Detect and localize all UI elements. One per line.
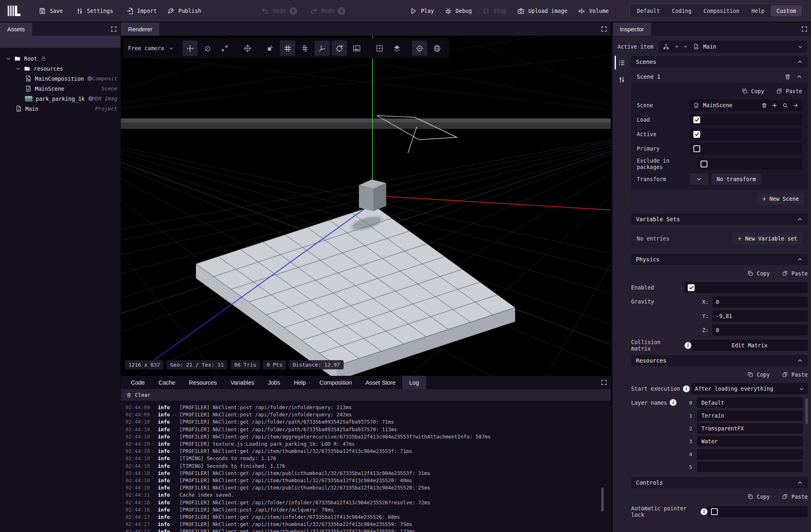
copy-button[interactable]: Copy (747, 493, 770, 500)
enabled-checkbox[interactable] (688, 284, 695, 291)
gravity-z-input[interactable]: 0 (712, 324, 808, 336)
layout-tab[interactable]: Composition (697, 5, 745, 16)
section-header-resources[interactable]: Resources (631, 355, 808, 366)
chevron-up-icon[interactable] (797, 358, 803, 364)
bottom-panel-expand-icon[interactable] (601, 379, 607, 386)
copy-button[interactable]: Copy (742, 88, 764, 94)
bottom-tab[interactable]: Cache (152, 376, 182, 389)
info-icon[interactable]: i (685, 342, 691, 349)
debug-button[interactable]: Debug (444, 7, 472, 15)
stop-button[interactable]: Stop (482, 7, 507, 15)
bottom-tab[interactable]: Composition (313, 376, 359, 389)
assets-panel-tab[interactable]: Assets (0, 22, 32, 36)
paste-button[interactable]: Paste (776, 88, 802, 94)
viewport-3d[interactable]: Free camera (121, 36, 611, 376)
paste-button[interactable]: Paste (782, 371, 808, 378)
section-header-physics[interactable]: Physics (631, 254, 808, 265)
bottom-tab[interactable]: Log (402, 376, 426, 389)
bottom-tab[interactable]: Resources (182, 376, 224, 389)
volume-button[interactable]: Volume (578, 7, 609, 15)
layout-tab[interactable]: Custom (770, 5, 802, 16)
info-icon[interactable]: i (701, 508, 707, 515)
publish-button[interactable]: Publish (167, 7, 201, 15)
gravity-x-input[interactable]: 0 (712, 296, 808, 308)
chevron-up-icon[interactable] (797, 74, 802, 79)
active-checkbox[interactable] (693, 131, 700, 138)
scene-reference-field[interactable]: MainScene (690, 100, 802, 111)
tree-item-main[interactable]: Main Project (0, 104, 120, 114)
inspector-expand-icon[interactable] (801, 26, 808, 33)
layer-name-input[interactable] (697, 397, 803, 408)
layout-tab[interactable]: Help (746, 5, 771, 16)
tree-item-root[interactable]: Root (0, 53, 120, 63)
upload-image-button[interactable]: Upload image (517, 7, 568, 15)
inspector-list-view-button[interactable] (615, 55, 628, 71)
axes-toggle-button[interactable] (314, 41, 330, 56)
layout-tab[interactable]: Default (631, 5, 666, 16)
gravity-y-input[interactable]: -9,81 (712, 310, 808, 322)
pointer-lock-checkbox[interactable] (711, 508, 718, 515)
scale-tool-button[interactable] (217, 41, 232, 56)
bottom-tab[interactable]: Code (124, 376, 152, 389)
chevron-down-icon[interactable] (6, 56, 11, 61)
paste-button[interactable]: Paste (782, 493, 808, 500)
clear-log-button[interactable]: Clear (135, 392, 151, 398)
tree-item-park-parking-1k[interactable]: park_parking_1k HDR Imag (0, 94, 120, 104)
primary-checkbox[interactable] (693, 145, 700, 152)
layer-list-scrollbar[interactable] (805, 398, 808, 424)
next-item-icon[interactable] (683, 43, 689, 50)
section-header-variable-sets[interactable]: Variable Sets (631, 214, 808, 225)
settings-button[interactable]: Settings (76, 7, 113, 15)
world-button[interactable] (429, 41, 444, 56)
bottom-tab[interactable]: Help (287, 376, 313, 389)
import-button[interactable]: Import (126, 7, 157, 15)
snap-grid-button[interactable] (297, 41, 312, 56)
assets-expand-icon[interactable] (110, 26, 117, 33)
plus-icon[interactable] (772, 102, 778, 108)
exclude-checkbox[interactable] (701, 161, 707, 167)
new-scene-button[interactable]: New Scene (757, 193, 804, 205)
info-icon[interactable]: i (683, 385, 690, 392)
save-button[interactable]: Save (39, 7, 63, 15)
transform-dropdown-button[interactable] (690, 173, 708, 185)
chevron-down-icon[interactable] (15, 66, 21, 71)
inspector-panel-tab[interactable]: Inspector (613, 22, 651, 36)
inspector-settings-view-button[interactable] (615, 71, 628, 88)
background-image-button[interactable] (349, 41, 364, 56)
copy-button[interactable]: Copy (747, 371, 770, 378)
trash-icon[interactable] (761, 102, 767, 108)
renderer-panel-tab[interactable]: Renderer (121, 22, 159, 36)
chevron-up-icon[interactable] (797, 59, 803, 65)
bottom-tab[interactable]: Jobs (261, 376, 287, 389)
translate-tool-button[interactable] (182, 41, 198, 56)
renderer-expand-icon[interactable] (601, 26, 607, 33)
bottom-tab[interactable]: Asset Store (359, 376, 402, 389)
undo-button[interactable]: Undo 0 (261, 7, 297, 15)
edit-matrix-button[interactable]: Edit Matrix (691, 340, 808, 351)
tree-item-resources[interactable]: resources (0, 63, 120, 73)
active-item-selector[interactable]: Main (659, 41, 807, 53)
info-icon[interactable]: i (670, 399, 677, 406)
layer-name-input[interactable] (697, 410, 803, 421)
start-execution-dropdown[interactable]: After loading everything (691, 383, 808, 394)
tree-item-mainscene[interactable]: MainScene Scene (0, 84, 120, 94)
gizmo-toggle-button[interactable] (332, 41, 347, 56)
hierarchy-icon[interactable] (663, 43, 669, 50)
layer-name-input[interactable] (697, 423, 803, 434)
layout-tab[interactable]: Coding (666, 5, 698, 16)
play-button[interactable]: Play (410, 7, 434, 15)
bottom-tab[interactable]: Variables (224, 376, 261, 389)
rotate-tool-button[interactable] (200, 41, 215, 56)
paste-button[interactable]: Paste (782, 270, 808, 277)
add-cube-button[interactable] (263, 41, 278, 56)
wireframe-button[interactable] (240, 41, 255, 56)
prev-item-icon[interactable] (673, 43, 679, 50)
chevron-up-icon[interactable] (797, 480, 803, 486)
tree-item-maincomposition[interactable]: MainComposition Composit (0, 73, 120, 84)
load-checkbox[interactable] (693, 116, 700, 123)
transform-value-button[interactable]: No transform (711, 173, 761, 185)
layer-name-input[interactable] (697, 462, 803, 472)
search-icon[interactable] (782, 102, 788, 108)
copy-button[interactable]: Copy (747, 270, 770, 277)
redo-button[interactable]: Redo 0 (310, 7, 346, 15)
